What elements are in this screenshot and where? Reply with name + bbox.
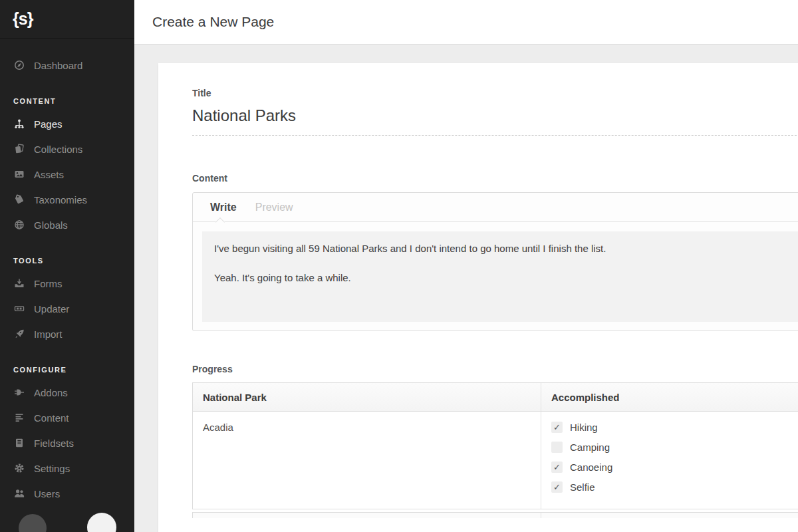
sidebar-item-assets[interactable]: Assets bbox=[0, 162, 134, 187]
sidebar-item-label: Updater bbox=[34, 303, 69, 315]
sidebar-item-label: Import bbox=[34, 329, 63, 340]
sitemap-icon bbox=[13, 118, 25, 130]
statamic-logo[interactable]: {s} bbox=[13, 9, 33, 29]
sidebar-item-label: Settings bbox=[34, 463, 70, 474]
title-field-label: Title bbox=[192, 88, 798, 98]
list-icon bbox=[13, 412, 25, 424]
content-field-group: Content Write Preview I've begun visitin… bbox=[192, 173, 798, 331]
progress-table: National Park Accomplished Acadia bbox=[192, 382, 798, 509]
sidebar-item-import[interactable]: Import bbox=[0, 321, 134, 346]
markdown-body: I've begun visiting all 59 National Park… bbox=[193, 222, 798, 331]
checkbox-checked-icon[interactable]: ✓ bbox=[551, 422, 563, 433]
sidebar-item-label: Collections bbox=[34, 144, 82, 155]
park-name-cell[interactable]: Acadia bbox=[193, 412, 541, 509]
content-textarea[interactable]: I've begun visiting all 59 National Park… bbox=[202, 231, 798, 322]
image-icon bbox=[13, 169, 25, 180]
content-area: Title National Parks Content Write Previ… bbox=[134, 45, 798, 532]
sidebar-item-pages[interactable]: Pages bbox=[0, 111, 134, 136]
sidebar-item-label: Taxonomies bbox=[34, 194, 87, 205]
sidebar-item-label: Assets bbox=[34, 169, 64, 180]
globe-icon bbox=[13, 219, 25, 231]
avatar[interactable] bbox=[19, 514, 47, 532]
sidebar-nav: Dashboard CONTENT Pages Collections Asse… bbox=[0, 39, 134, 506]
sidebar-item-addons[interactable]: Addons bbox=[0, 380, 134, 405]
sidebar-item-label: Globals bbox=[34, 219, 68, 231]
sidebar-item-users[interactable]: Users bbox=[0, 481, 134, 506]
checkbox-option-hiking[interactable]: ✓ Hiking bbox=[551, 422, 612, 433]
sidebar-item-fieldsets[interactable]: Fieldsets bbox=[0, 430, 134, 456]
main-area: Create a New Page Title National Parks C… bbox=[134, 0, 798, 532]
title-field-group: Title National Parks bbox=[192, 88, 798, 136]
copy-icon bbox=[13, 144, 25, 155]
sidebar-item-globals[interactable]: Globals bbox=[0, 212, 134, 237]
progress-field-group: Progress National Park Accomplished Acad… bbox=[192, 364, 798, 518]
help-button[interactable] bbox=[87, 513, 116, 532]
sidebar-item-taxonomies[interactable]: Taxonomies bbox=[0, 187, 134, 212]
sidebar-section-tools: TOOLS bbox=[0, 252, 134, 269]
progress-field-label: Progress bbox=[192, 364, 798, 374]
checkbox-unchecked-icon[interactable] bbox=[551, 442, 563, 453]
rocket-icon bbox=[13, 329, 25, 340]
tab-write[interactable]: Write bbox=[210, 201, 237, 213]
title-input[interactable]: National Parks bbox=[192, 98, 798, 136]
checkbox-list: ✓ Hiking Camping ✓ Canoeing bbox=[551, 422, 612, 502]
accomplished-cell: ✓ Hiking Camping ✓ Canoeing bbox=[541, 412, 798, 509]
content-paragraph: Yeah. It's going to take a while. bbox=[214, 271, 798, 285]
sidebar-item-content[interactable]: Content bbox=[0, 405, 134, 430]
sidebar-item-updater[interactable]: Updater bbox=[0, 296, 134, 321]
sidebar-item-label: Pages bbox=[34, 118, 63, 130]
sidebar-item-label: Users bbox=[34, 488, 60, 499]
tag-icon bbox=[13, 194, 25, 205]
sidebar-item-label: Fieldsets bbox=[34, 438, 74, 449]
sidebar-item-settings[interactable]: Settings bbox=[0, 456, 134, 481]
plug-icon bbox=[13, 387, 25, 398]
sidebar-section-content: CONTENT bbox=[0, 92, 134, 110]
sidebar: {s} Dashboard CONTENT Pages Collections bbox=[0, 0, 134, 532]
book-icon bbox=[13, 438, 25, 449]
sidebar-footer bbox=[0, 504, 134, 532]
sidebar-item-forms[interactable]: Forms bbox=[0, 271, 134, 296]
sidebar-item-label: Forms bbox=[34, 278, 63, 289]
sidebar-item-dashboard[interactable]: Dashboard bbox=[0, 53, 134, 78]
compass-icon bbox=[13, 60, 25, 71]
checkbox-option-selfie[interactable]: ✓ Selfie bbox=[551, 481, 612, 493]
checkbox-checked-icon[interactable]: ✓ bbox=[551, 481, 563, 493]
topbar: Create a New Page bbox=[134, 0, 798, 45]
column-header-accomplished: Accomplished bbox=[541, 383, 798, 411]
sidebar-item-label: Addons bbox=[34, 387, 68, 398]
content-field-label: Content bbox=[192, 173, 798, 184]
checkbox-option-canoeing[interactable]: ✓ Canoeing bbox=[551, 462, 612, 473]
checkbox-checked-icon[interactable]: ✓ bbox=[551, 462, 563, 473]
content-paragraph: I've begun visiting all 59 National Park… bbox=[214, 242, 798, 255]
gear-icon bbox=[13, 463, 25, 474]
sidebar-section-configure: CONFIGURE bbox=[0, 361, 134, 378]
column-header-national-park: National Park bbox=[193, 383, 541, 411]
sidebar-item-label: Dashboard bbox=[34, 60, 82, 71]
users-icon bbox=[13, 488, 25, 499]
updater-icon bbox=[13, 303, 25, 315]
sidebar-item-collections[interactable]: Collections bbox=[0, 136, 134, 162]
next-table-row-partial bbox=[192, 512, 798, 518]
form-card: Title National Parks Content Write Previ… bbox=[158, 63, 798, 532]
inbox-download-icon bbox=[13, 278, 25, 289]
markdown-widget: Write Preview I've begun visiting all 59… bbox=[192, 192, 798, 331]
tab-preview[interactable]: Preview bbox=[255, 201, 293, 213]
table-row: Acadia ✓ Hiking Camping bbox=[193, 412, 798, 509]
table-header-row: National Park Accomplished bbox=[193, 383, 798, 412]
markdown-tabbar: Write Preview bbox=[193, 193, 798, 222]
logo-block: {s} bbox=[0, 0, 134, 39]
sidebar-item-label: Content bbox=[34, 412, 69, 424]
page-title: Create a New Page bbox=[152, 14, 274, 30]
checkbox-option-camping[interactable]: Camping bbox=[551, 442, 612, 453]
